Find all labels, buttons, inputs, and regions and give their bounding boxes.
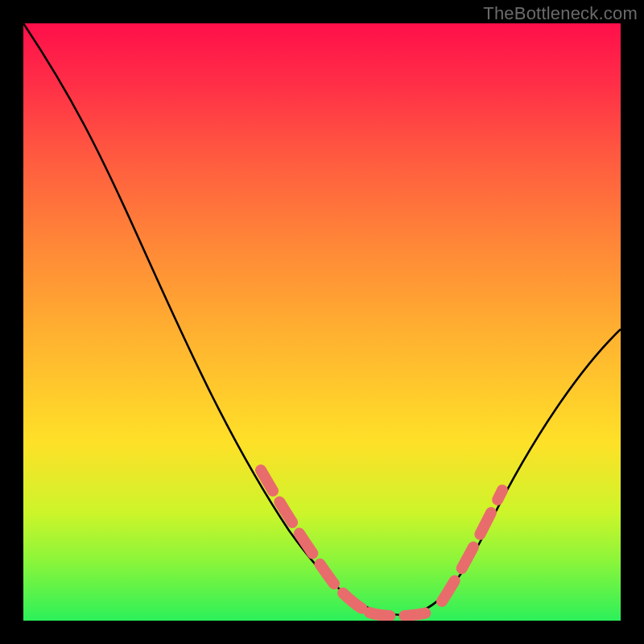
chart-frame: TheBottleneck.com <box>0 0 644 644</box>
watermark-text: TheBottleneck.com <box>483 3 638 24</box>
plot-area <box>23 23 621 621</box>
highlight-bottom <box>369 611 434 616</box>
main-curve <box>23 23 621 615</box>
highlight-right <box>442 490 502 601</box>
curve-svg <box>23 23 621 621</box>
highlight-left <box>261 470 369 613</box>
